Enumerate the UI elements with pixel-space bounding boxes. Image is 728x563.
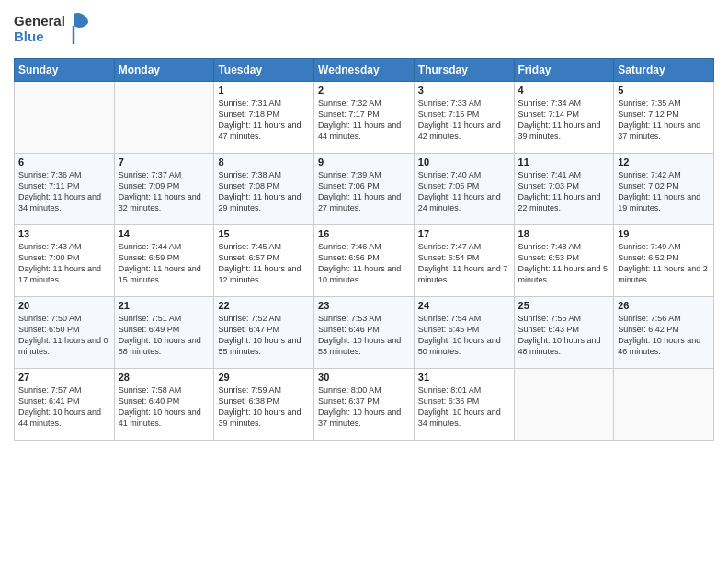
day-number: 31 [418,372,510,383]
day-header-friday: Friday [514,59,614,82]
calendar-header-row: SundayMondayTuesdayWednesdayThursdayFrid… [15,59,714,82]
calendar-cell: 15Sunrise: 7:45 AMSunset: 6:57 PMDayligh… [214,225,314,297]
calendar-cell: 13Sunrise: 7:43 AMSunset: 7:00 PMDayligh… [15,225,115,297]
day-number: 10 [418,156,510,167]
calendar-cell: 22Sunrise: 7:52 AMSunset: 6:47 PMDayligh… [214,297,314,369]
calendar-week-5: 27Sunrise: 7:57 AMSunset: 6:41 PMDayligh… [15,369,714,441]
calendar-cell: 29Sunrise: 7:59 AMSunset: 6:38 PMDayligh… [214,369,314,441]
cell-info: Sunrise: 7:43 AMSunset: 7:00 PMDaylight:… [18,241,110,286]
cell-info: Sunrise: 7:38 AMSunset: 7:08 PMDaylight:… [218,169,310,214]
calendar-cell [15,82,115,154]
calendar-week-2: 6Sunrise: 7:36 AMSunset: 7:11 PMDaylight… [15,154,714,225]
cell-info: Sunrise: 7:40 AMSunset: 7:05 PMDaylight:… [418,169,510,214]
calendar-cell: 20Sunrise: 7:50 AMSunset: 6:50 PMDayligh… [15,297,115,369]
cell-info: Sunrise: 7:42 AMSunset: 7:02 PMDaylight:… [618,169,710,214]
calendar-cell: 4Sunrise: 7:34 AMSunset: 7:14 PMDaylight… [514,82,614,154]
day-number: 19 [618,228,710,239]
cell-info: Sunrise: 8:01 AMSunset: 6:36 PMDaylight:… [418,385,510,430]
calendar-cell: 10Sunrise: 7:40 AMSunset: 7:05 PMDayligh… [414,154,514,225]
cell-info: Sunrise: 7:44 AMSunset: 6:59 PMDaylight:… [119,241,210,286]
day-number: 25 [518,300,610,311]
day-number: 20 [18,300,110,311]
calendar-cell: 26Sunrise: 7:56 AMSunset: 6:42 PMDayligh… [614,297,714,369]
day-number: 15 [218,228,310,239]
logo: General Blue [14,9,97,51]
day-number: 29 [218,372,310,383]
day-header-wednesday: Wednesday [314,59,415,82]
calendar-cell: 25Sunrise: 7:55 AMSunset: 6:43 PMDayligh… [514,297,614,369]
day-number: 3 [418,85,510,96]
cell-info: Sunrise: 7:56 AMSunset: 6:42 PMDaylight:… [618,313,710,358]
day-header-monday: Monday [114,59,214,82]
calendar-cell: 23Sunrise: 7:53 AMSunset: 6:46 PMDayligh… [314,297,415,369]
cell-info: Sunrise: 7:51 AMSunset: 6:49 PMDaylight:… [119,313,210,358]
calendar-cell: 28Sunrise: 7:58 AMSunset: 6:40 PMDayligh… [114,369,214,441]
day-header-sunday: Sunday [15,59,115,82]
calendar-cell: 24Sunrise: 7:54 AMSunset: 6:45 PMDayligh… [414,297,514,369]
day-header-tuesday: Tuesday [214,59,314,82]
calendar-cell [114,82,214,154]
day-number: 8 [218,156,310,167]
cell-info: Sunrise: 7:45 AMSunset: 6:57 PMDaylight:… [218,241,310,286]
calendar-cell: 3Sunrise: 7:33 AMSunset: 7:15 PMDaylight… [414,82,514,154]
calendar-cell: 19Sunrise: 7:49 AMSunset: 6:52 PMDayligh… [614,225,714,297]
day-number: 4 [518,85,610,96]
day-header-saturday: Saturday [614,59,714,82]
day-number: 27 [18,372,110,383]
cell-info: Sunrise: 7:52 AMSunset: 6:47 PMDaylight:… [218,313,310,358]
calendar-cell: 5Sunrise: 7:35 AMSunset: 7:12 PMDaylight… [614,82,714,154]
day-number: 9 [318,156,410,167]
calendar-cell: 18Sunrise: 7:48 AMSunset: 6:53 PMDayligh… [514,225,614,297]
calendar-week-4: 20Sunrise: 7:50 AMSunset: 6:50 PMDayligh… [15,297,714,369]
calendar-cell: 9Sunrise: 7:39 AMSunset: 7:06 PMDaylight… [314,154,415,225]
calendar-table: SundayMondayTuesdayWednesdayThursdayFrid… [14,58,714,441]
logo-icon: General Blue [14,9,97,51]
cell-info: Sunrise: 7:49 AMSunset: 6:52 PMDaylight:… [618,241,710,286]
cell-info: Sunrise: 7:46 AMSunset: 6:56 PMDaylight:… [318,241,410,286]
calendar-cell: 12Sunrise: 7:42 AMSunset: 7:02 PMDayligh… [614,154,714,225]
calendar-week-3: 13Sunrise: 7:43 AMSunset: 7:00 PMDayligh… [15,225,714,297]
calendar-cell [514,369,614,441]
day-number: 13 [18,228,110,239]
svg-text:Blue: Blue [14,29,44,44]
calendar-cell: 30Sunrise: 8:00 AMSunset: 6:37 PMDayligh… [314,369,415,441]
day-number: 21 [119,300,210,311]
calendar-cell: 6Sunrise: 7:36 AMSunset: 7:11 PMDaylight… [15,154,115,225]
day-number: 22 [218,300,310,311]
day-number: 17 [418,228,510,239]
day-number: 28 [119,372,210,383]
day-number: 6 [18,156,110,167]
calendar-cell: 14Sunrise: 7:44 AMSunset: 6:59 PMDayligh… [114,225,214,297]
cell-info: Sunrise: 7:58 AMSunset: 6:40 PMDaylight:… [119,385,210,430]
cell-info: Sunrise: 7:50 AMSunset: 6:50 PMDaylight:… [18,313,110,358]
calendar-cell: 8Sunrise: 7:38 AMSunset: 7:08 PMDaylight… [214,154,314,225]
day-number: 14 [119,228,210,239]
cell-info: Sunrise: 7:36 AMSunset: 7:11 PMDaylight:… [18,169,110,214]
calendar-cell: 16Sunrise: 7:46 AMSunset: 6:56 PMDayligh… [314,225,415,297]
calendar-cell: 27Sunrise: 7:57 AMSunset: 6:41 PMDayligh… [15,369,115,441]
day-number: 30 [318,372,410,383]
header: General Blue [14,9,714,51]
day-number: 11 [518,156,610,167]
cell-info: Sunrise: 7:48 AMSunset: 6:53 PMDaylight:… [518,241,610,286]
cell-info: Sunrise: 7:37 AMSunset: 7:09 PMDaylight:… [119,169,210,214]
cell-info: Sunrise: 7:39 AMSunset: 7:06 PMDaylight:… [318,169,410,214]
day-number: 23 [318,300,410,311]
calendar-cell: 7Sunrise: 7:37 AMSunset: 7:09 PMDaylight… [114,154,214,225]
cell-info: Sunrise: 7:53 AMSunset: 6:46 PMDaylight:… [318,313,410,358]
calendar-cell: 21Sunrise: 7:51 AMSunset: 6:49 PMDayligh… [114,297,214,369]
cell-info: Sunrise: 7:35 AMSunset: 7:12 PMDaylight:… [618,98,710,143]
calendar-week-1: 1Sunrise: 7:31 AMSunset: 7:18 PMDaylight… [15,82,714,154]
cell-info: Sunrise: 8:00 AMSunset: 6:37 PMDaylight:… [318,385,410,430]
calendar-cell: 31Sunrise: 8:01 AMSunset: 6:36 PMDayligh… [414,369,514,441]
cell-info: Sunrise: 7:59 AMSunset: 6:38 PMDaylight:… [218,385,310,430]
svg-text:General: General [14,13,65,29]
cell-info: Sunrise: 7:32 AMSunset: 7:17 PMDaylight:… [318,98,410,143]
calendar-cell: 17Sunrise: 7:47 AMSunset: 6:54 PMDayligh… [414,225,514,297]
day-header-thursday: Thursday [414,59,514,82]
day-number: 5 [618,85,710,96]
day-number: 26 [618,300,710,311]
calendar-cell [614,369,714,441]
cell-info: Sunrise: 7:34 AMSunset: 7:14 PMDaylight:… [518,98,610,143]
page: General Blue SundayMondayTuesdayWednesda… [0,0,728,563]
